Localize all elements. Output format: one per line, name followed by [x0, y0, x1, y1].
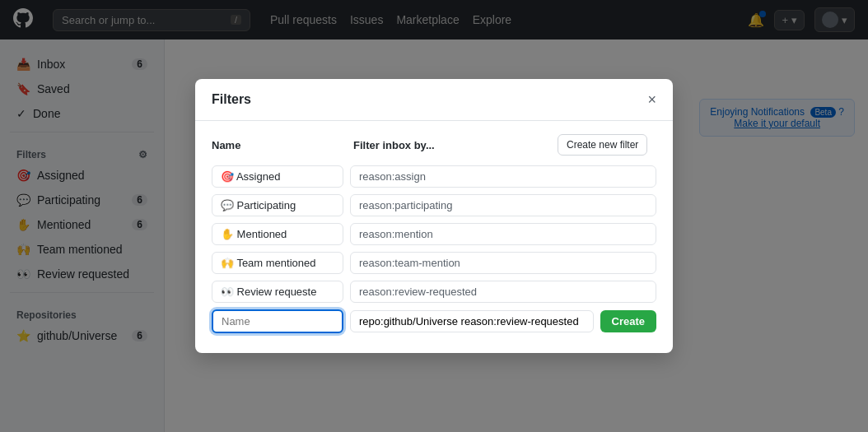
- filter-name-team-mentioned: 🙌 Team mentioned: [212, 252, 343, 274]
- new-filter-value-cell: [350, 310, 594, 332]
- filter-row-team-mentioned: 🙌 Team mentioned: [212, 252, 656, 274]
- new-filter-value-input[interactable]: [350, 310, 594, 332]
- filter-name-assigned: 🎯 Assigned: [212, 165, 343, 188]
- create-filter-button[interactable]: Create: [600, 310, 656, 332]
- modal-body: Name Filter inbox by... Create new filte…: [195, 121, 673, 353]
- filter-row-review-requested: 👀 Review requeste: [212, 281, 656, 303]
- new-filter-name-cell: [212, 309, 343, 333]
- modal-columns-header: Name Filter inbox by... Create new filte…: [212, 134, 656, 156]
- new-filter-name-input[interactable]: [212, 309, 343, 333]
- mentioned-name-display: ✋ Mentioned: [212, 223, 343, 245]
- filter-name-review-requested: 👀 Review requeste: [212, 281, 343, 303]
- modal-header: Filters ×: [195, 79, 673, 121]
- column-name-header: Name: [212, 139, 343, 151]
- filter-row-participating: 💬 Participating: [212, 194, 656, 216]
- assigned-value-input[interactable]: [350, 165, 656, 188]
- filters-modal: Filters × Name Filter inbox by... Create…: [195, 79, 673, 353]
- modal-title: Filters: [212, 92, 251, 107]
- new-filter-row: Create: [212, 309, 656, 333]
- participating-value-input[interactable]: [350, 194, 656, 216]
- team-mentioned-name-display: 🙌 Team mentioned: [212, 252, 343, 274]
- assigned-name-display: 🎯 Assigned: [212, 165, 343, 188]
- modal-overlay[interactable]: Filters × Name Filter inbox by... Create…: [0, 0, 868, 432]
- filter-name-participating: 💬 Participating: [212, 194, 343, 216]
- filter-row-mentioned: ✋ Mentioned: [212, 223, 656, 245]
- review-requested-value-input[interactable]: [350, 281, 656, 303]
- team-mentioned-value-input[interactable]: [350, 252, 656, 274]
- filter-row-assigned: 🎯 Assigned: [212, 165, 656, 188]
- participating-name-display: 💬 Participating: [212, 194, 343, 216]
- column-filter-header: Filter inbox by...: [353, 139, 548, 151]
- modal-close-button[interactable]: ×: [647, 92, 656, 107]
- review-requested-name-display: 👀 Review requeste: [212, 281, 343, 303]
- create-new-filter-button[interactable]: Create new filter: [558, 134, 647, 156]
- filter-name-mentioned: ✋ Mentioned: [212, 223, 343, 245]
- mentioned-value-input[interactable]: [350, 223, 656, 245]
- column-action-header: Create new filter: [558, 134, 656, 156]
